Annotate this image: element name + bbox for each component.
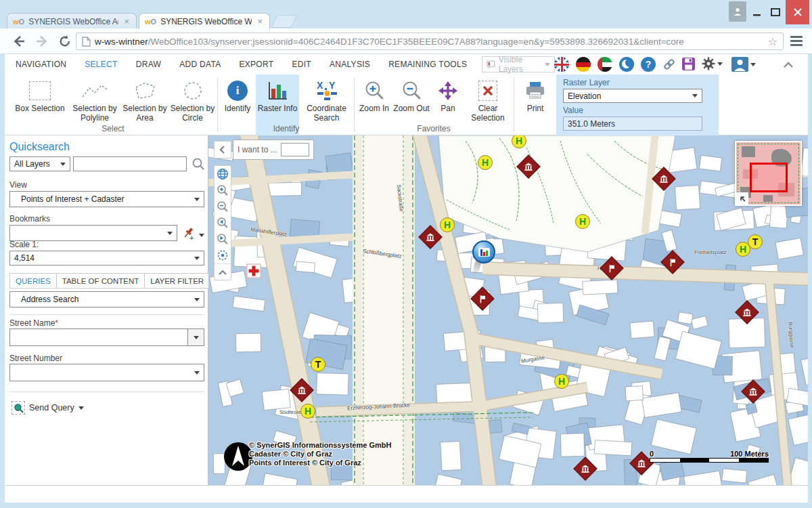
menu-select[interactable]: SELECT	[85, 60, 117, 69]
tool-pan[interactable]: Pan	[431, 78, 465, 125]
scale-bar: 0100 Meters	[650, 450, 769, 463]
search-icon[interactable]	[191, 157, 205, 173]
menu-add-data[interactable]: ADD DATA	[179, 60, 221, 69]
tool-box-selection[interactable]: Box Selection	[10, 78, 70, 125]
tab-table-of-content[interactable]: TABLE OF CONTENT	[56, 273, 145, 289]
overview-extent-rectangle[interactable]	[750, 163, 788, 192]
tool-clear-selection[interactable]: Clear Selection	[465, 78, 511, 125]
menu-navigation[interactable]: NAVIGATION	[16, 60, 66, 69]
layers-tooltip-icon	[487, 60, 495, 70]
poi-taxi-marker[interactable]: T	[748, 234, 763, 249]
group-label-select: Select	[102, 124, 124, 133]
visible-layers-button[interactable]: Visible Layers	[482, 56, 555, 72]
menu-remaining-tools[interactable]: REMAINING TOOLS	[388, 60, 467, 69]
i-want-to-input[interactable]	[281, 143, 309, 156]
tool-selection-by-polyline[interactable]: Selection by Polyline	[70, 78, 120, 125]
poi-taxi-marker[interactable]: T	[311, 357, 325, 372]
map-zoom-out-icon[interactable]	[215, 198, 231, 215]
tool-raster-info[interactable]: Raster Info	[256, 78, 299, 125]
language-german-flag[interactable]	[576, 57, 591, 72]
address-bar[interactable]: w-ws-wintner/WebOffice103/synserver;jses…	[76, 33, 784, 50]
i-want-to-box[interactable]: I want to ...	[233, 140, 314, 160]
add-bookmark-icon[interactable]: +	[181, 226, 196, 244]
poi-hotel-marker[interactable]: H	[300, 404, 315, 419]
tool-selection-by-circle[interactable]: Selection by Circle	[170, 78, 215, 125]
forward-button[interactable]	[32, 32, 51, 51]
poi-pharmacy-marker[interactable]	[247, 264, 261, 278]
poi-query-marker[interactable]	[472, 240, 497, 272]
save-session-icon[interactable]	[681, 57, 696, 74]
query-type-select[interactable]: Address Search	[9, 291, 204, 308]
browser-profile-button[interactable]	[729, 1, 746, 22]
collapse-sidebar-button[interactable]	[214, 141, 231, 158]
scale-select[interactable]: 4,514	[9, 251, 204, 266]
tab-queries[interactable]: QUERIES	[9, 273, 56, 289]
bookmark-star-icon[interactable]: ☆	[768, 35, 777, 48]
street-name-combobox[interactable]	[9, 329, 204, 346]
map-viewport[interactable]: MariahilferplatzSchloßbergplatzSackstraß…	[208, 135, 808, 485]
raster-layer-select[interactable]: Elevation	[563, 89, 702, 103]
close-button[interactable]	[786, 0, 809, 24]
quicksearch-input[interactable]	[73, 156, 187, 171]
share-link-icon[interactable]	[662, 58, 676, 74]
map-zoom-in-icon[interactable]	[215, 182, 231, 198]
previous-extent-icon[interactable]	[215, 215, 231, 231]
menu-draw[interactable]: DRAW	[136, 60, 161, 69]
collapse-map-tools-icon[interactable]	[215, 263, 231, 280]
menu-export[interactable]: EXPORT	[239, 60, 273, 69]
locate-icon[interactable]	[215, 247, 231, 263]
send-query-button[interactable]: Send Query	[12, 401, 84, 415]
tool-identify[interactable]: i Identify	[220, 78, 255, 125]
night-mode-icon[interactable]	[619, 57, 634, 72]
tool-coordinate-search[interactable]: XY Coordinate Search	[301, 78, 352, 125]
tool-zoom-in[interactable]: Zoom In	[357, 78, 392, 125]
zoom-in-icon	[364, 78, 384, 104]
back-button[interactable]	[9, 32, 28, 51]
poi-hotel-marker[interactable]: H	[575, 214, 590, 229]
svg-text:X: X	[317, 80, 323, 91]
quicksearch-layer-select[interactable]: All Layers	[9, 156, 70, 171]
overview-map[interactable]	[735, 141, 802, 206]
language-arabic-flag[interactable]	[597, 57, 612, 72]
scale-label: Scale 1:	[9, 240, 39, 249]
browser-tab-web[interactable]: wO SYNERGIS WebOffice Web ×	[139, 13, 270, 29]
browser-menu-icon[interactable]	[790, 36, 803, 48]
overview-collapse-button[interactable]	[736, 192, 748, 205]
street-name-input[interactable]	[9, 329, 188, 346]
user-account-button[interactable]	[731, 57, 756, 72]
language-english-flag[interactable]	[554, 57, 569, 72]
group-label-identify: Identify	[273, 124, 300, 133]
chevron-down-icon	[194, 257, 200, 263]
chevron-down-icon	[167, 232, 173, 238]
help-icon[interactable]: ?	[641, 57, 656, 72]
minimize-button[interactable]	[748, 0, 766, 24]
tool-print[interactable]: Print	[516, 78, 554, 125]
close-tab-icon[interactable]: ×	[122, 16, 131, 26]
view-select[interactable]: Points of Interest + Cadaster	[9, 191, 204, 207]
poi-hotel-marker[interactable]: H	[554, 374, 569, 389]
maximize-button[interactable]	[767, 0, 784, 24]
new-tab-button[interactable]	[271, 15, 298, 28]
browser-tab-admin[interactable]: wO SYNERGIS WebOffice Adm ×	[7, 13, 137, 29]
poi-hotel-marker[interactable]: H	[440, 217, 455, 232]
bookmarks-select[interactable]	[9, 225, 177, 241]
settings-button[interactable]	[702, 57, 723, 70]
group-separator	[514, 78, 514, 132]
tool-zoom-out[interactable]: Zoom Out	[392, 78, 431, 125]
poi-hotel-marker[interactable]: H	[478, 155, 493, 170]
raster-layer-panel: Raster Layer Elevation Value 351.0 Meter…	[556, 75, 719, 135]
close-tab-icon[interactable]: ×	[256, 16, 264, 26]
street-number-select[interactable]	[9, 364, 204, 381]
clear-selection-icon	[478, 78, 497, 104]
menu-analysis[interactable]: ANALYSIS	[330, 60, 370, 69]
collapse-toolbar-icon[interactable]	[783, 60, 794, 72]
menu-edit[interactable]: EDIT	[292, 60, 311, 69]
svg-text:Y: Y	[329, 80, 336, 91]
reload-button[interactable]	[55, 32, 74, 51]
full-extent-globe-icon[interactable]	[215, 166, 231, 182]
bookmark-menu-caret[interactable]	[199, 234, 204, 240]
next-extent-icon[interactable]	[215, 231, 231, 247]
tool-selection-by-area[interactable]: Selection by Area	[120, 78, 170, 125]
tab-layer-filter[interactable]: LAYER FILTER	[144, 273, 210, 289]
street-name-dropdown-button[interactable]	[188, 329, 204, 346]
